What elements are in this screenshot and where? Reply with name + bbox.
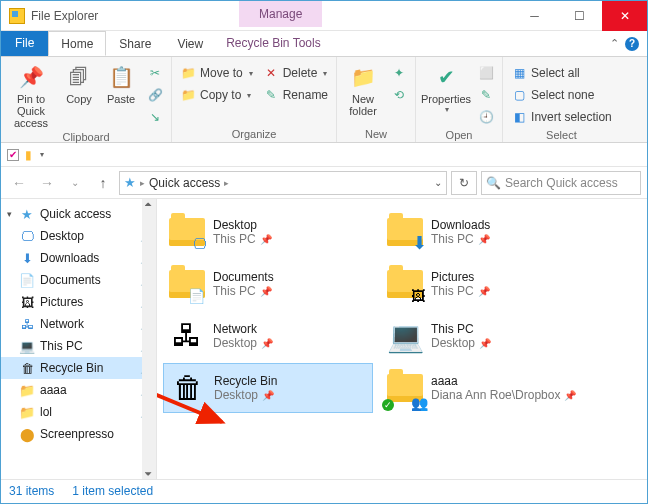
qat-checkbox[interactable]: ✔ (7, 149, 19, 161)
documents-icon: 📄 (19, 272, 35, 288)
cut-button[interactable]: ✂ (143, 63, 167, 83)
properties-button[interactable]: ✔ Properties ▾ (420, 59, 472, 114)
refresh-button[interactable]: ↻ (451, 171, 477, 195)
copyto-icon: 📁 (180, 87, 196, 103)
chevron-down-icon: ▾ (7, 209, 12, 219)
address-bar[interactable]: ★ ▸ Quick access ▸ ⌄ (119, 171, 447, 195)
edit-icon: ✎ (478, 87, 494, 103)
group-label-open: Open (420, 127, 498, 143)
tab-share[interactable]: Share (106, 31, 164, 56)
tile-subtitle: This PC📌 (213, 284, 274, 298)
network-icon: 🖧 (19, 316, 35, 332)
tile-documents[interactable]: 📄DocumentsThis PC📌 (163, 259, 373, 309)
link-icon: 🔗 (147, 87, 163, 103)
paste-shortcut-button[interactable]: ↘ (143, 107, 167, 127)
new-folder-button[interactable]: 📁 New folder (341, 59, 385, 117)
tab-recycle-bin-tools[interactable]: Recycle Bin Tools (216, 31, 331, 56)
collapse-ribbon-icon[interactable]: ⌃ (610, 37, 619, 50)
tile-name: Network (213, 322, 273, 336)
pin-icon: 📌 (261, 338, 273, 349)
nav-back-button[interactable]: ← (7, 171, 31, 195)
copy-to-button[interactable]: 📁Copy to▾ (176, 85, 257, 105)
address-expand-icon[interactable]: ⌄ (434, 177, 442, 188)
tile-network[interactable]: 🖧NetworkDesktop📌 (163, 311, 373, 361)
sidebar-item-recycle-bin[interactable]: 🗑Recycle Bin📌 (1, 357, 156, 379)
edit-button[interactable]: ✎ (474, 85, 498, 105)
tab-view[interactable]: View (164, 31, 216, 56)
sidebar: ▾ ★ Quick access 🖵Desktop📌 ⬇Downloads📌 📄… (1, 199, 157, 479)
qat-folder-icon[interactable]: ▮ (25, 148, 32, 162)
desktop-icon: 🖵 (19, 228, 35, 244)
search-placeholder: Search Quick access (505, 176, 618, 190)
tile-name: aaaa (431, 374, 576, 388)
sidebar-item-aaaa[interactable]: 📁aaaa📌 (1, 379, 156, 401)
titlebar: File Explorer Manage ─ ☐ ✕ (1, 1, 647, 31)
sidebar-item-desktop[interactable]: 🖵Desktop📌 (1, 225, 156, 247)
new-item-button[interactable]: ✦ (387, 63, 411, 83)
sidebar-item-thispc[interactable]: 💻This PC📌 (1, 335, 156, 357)
tile-subtitle: Desktop📌 (214, 388, 277, 402)
sidebar-item-pictures[interactable]: 🖼Pictures📌 (1, 291, 156, 313)
paste-icon: 📋 (107, 63, 135, 91)
nav-forward-button[interactable]: → (35, 171, 59, 195)
sidebar-item-network[interactable]: 🖧Network📌 (1, 313, 156, 335)
shortcut-icon: ↘ (147, 109, 163, 125)
tile-downloads[interactable]: ⬇DownloadsThis PC📌 (381, 207, 591, 257)
tab-home[interactable]: Home (48, 31, 106, 56)
address-row: ← → ⌄ ↑ ★ ▸ Quick access ▸ ⌄ ↻ 🔍 Search … (1, 167, 647, 199)
pin-to-quick-access-button[interactable]: 📌 Pin to Quick access (5, 59, 57, 129)
sidebar-item-screenpresso[interactable]: ⬤Screenpresso (1, 423, 156, 445)
qat-dropdown-icon[interactable]: ▾ (40, 150, 44, 159)
folder-icon: 📁 (19, 382, 35, 398)
sidebar-scrollbar[interactable] (142, 199, 156, 479)
sidebar-item-lol[interactable]: 📁lol📌 (1, 401, 156, 423)
tile-aaaa[interactable]: 👥✓aaaaDiana Ann Roe\Dropbox📌 (381, 363, 591, 413)
sidebar-item-downloads[interactable]: ⬇Downloads📌 (1, 247, 156, 269)
quick-access-star-icon: ★ (124, 175, 136, 190)
group-label-new: New (341, 126, 411, 142)
breadcrumb-sep-icon[interactable]: ▸ (224, 178, 229, 188)
quick-access-toolbar: ✔ ▮ ▾ (1, 143, 647, 167)
nav-recent-button[interactable]: ⌄ (63, 171, 87, 195)
tile-this-pc[interactable]: 💻This PCDesktop📌 (381, 311, 591, 361)
minimize-button[interactable]: ─ (512, 1, 557, 31)
rename-icon: ✎ (263, 87, 279, 103)
tile-name: Recycle Bin (214, 374, 277, 388)
copy-path-button[interactable]: 🔗 (143, 85, 167, 105)
history-icon: 🕘 (478, 109, 494, 125)
pin-icon: 📌 (564, 390, 576, 401)
breadcrumb-sep-icon[interactable]: ▸ (140, 178, 145, 188)
breadcrumb-root[interactable]: Quick access (149, 176, 220, 190)
paste-button[interactable]: 📋 Paste (101, 59, 141, 105)
sidebar-header-quick-access[interactable]: ▾ ★ Quick access (1, 203, 156, 225)
maximize-button[interactable]: ☐ (557, 1, 602, 31)
tile-pictures[interactable]: 🖼PicturesThis PC📌 (381, 259, 591, 309)
tile-subtitle: This PC📌 (213, 232, 272, 246)
open-icon: ⬜ (478, 65, 494, 81)
select-all-button[interactable]: ▦Select all (507, 63, 616, 83)
history-button[interactable]: 🕘 (474, 107, 498, 127)
tile-subtitle: Desktop📌 (431, 336, 491, 350)
desktop-icon: 🖵 (167, 212, 207, 252)
rename-button[interactable]: ✎Rename (259, 85, 332, 105)
close-button[interactable]: ✕ (602, 1, 647, 31)
search-input[interactable]: 🔍 Search Quick access (481, 171, 641, 195)
nav-up-button[interactable]: ↑ (91, 171, 115, 195)
help-icon[interactable]: ? (625, 37, 639, 51)
move-to-button[interactable]: 📁Move to▾ (176, 63, 257, 83)
select-none-button[interactable]: ▢Select none (507, 85, 616, 105)
copy-button[interactable]: 🗐 Copy (59, 59, 99, 105)
sidebar-item-documents[interactable]: 📄Documents📌 (1, 269, 156, 291)
tile-desktop[interactable]: 🖵DesktopThis PC📌 (163, 207, 373, 257)
easy-access-button[interactable]: ⟲ (387, 85, 411, 105)
content-pane[interactable]: 🖵DesktopThis PC📌⬇DownloadsThis PC📌📄Docum… (157, 199, 647, 479)
invert-selection-button[interactable]: ◧Invert selection (507, 107, 616, 127)
context-tab-manage[interactable]: Manage (239, 1, 322, 27)
open-button[interactable]: ⬜ (474, 63, 498, 83)
pictures-icon: 🖼 (19, 294, 35, 310)
tile-recycle-bin[interactable]: 🗑Recycle BinDesktop📌 (163, 363, 373, 413)
tile-name: Desktop (213, 218, 272, 232)
ribbon-tabs: File Home Share View Recycle Bin Tools ⌃… (1, 31, 647, 57)
delete-button[interactable]: ✕Delete▾ (259, 63, 332, 83)
file-tab[interactable]: File (1, 31, 48, 56)
